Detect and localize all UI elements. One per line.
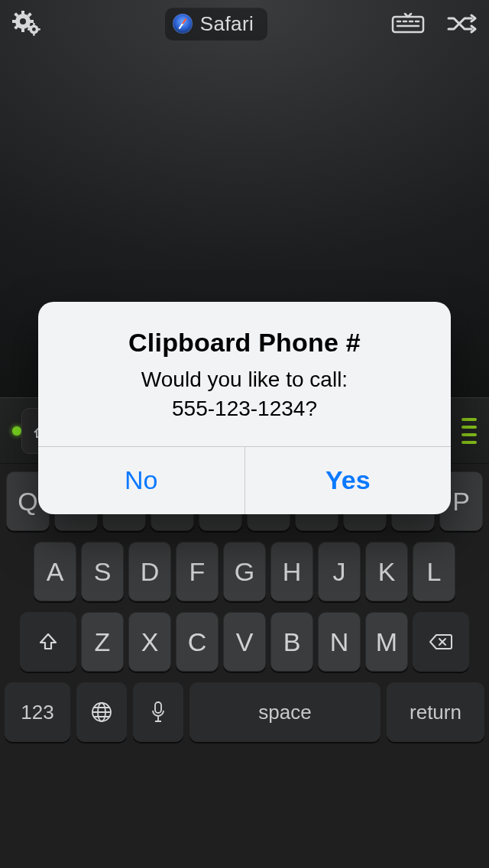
key-a[interactable]: A bbox=[34, 542, 76, 601]
key-dictation[interactable] bbox=[133, 682, 183, 742]
shuffle-button[interactable] bbox=[446, 12, 477, 35]
svg-rect-5 bbox=[29, 20, 34, 23]
svg-point-1 bbox=[20, 18, 26, 24]
key-x[interactable]: X bbox=[128, 612, 171, 672]
svg-rect-13 bbox=[33, 33, 34, 36]
svg-point-11 bbox=[32, 28, 36, 31]
keyboard-row-2: A S D F G H J K L bbox=[5, 542, 484, 601]
svg-rect-12 bbox=[33, 23, 34, 26]
key-z[interactable]: Z bbox=[81, 612, 124, 672]
hide-keyboard-button[interactable] bbox=[391, 12, 425, 35]
keyboard-row-3: Z X C V B N M bbox=[5, 612, 484, 672]
alert-title: Clipboard Phone # bbox=[57, 328, 432, 358]
keyboard-hide-icon bbox=[391, 12, 425, 35]
key-n[interactable]: N bbox=[318, 612, 361, 672]
key-s[interactable]: S bbox=[81, 542, 124, 601]
signal-bars-icon bbox=[461, 418, 477, 444]
key-l[interactable]: L bbox=[413, 542, 455, 601]
status-led-icon bbox=[12, 426, 21, 436]
key-b[interactable]: B bbox=[270, 612, 313, 672]
svg-rect-15 bbox=[37, 28, 40, 30]
key-j[interactable]: J bbox=[318, 542, 361, 601]
key-f[interactable]: F bbox=[176, 542, 219, 601]
app-title-chip[interactable]: Safari bbox=[165, 8, 267, 40]
key-space[interactable]: space bbox=[189, 682, 381, 742]
svg-rect-2 bbox=[21, 11, 24, 15]
key-v[interactable]: V bbox=[223, 612, 266, 672]
alert-message: Would you like to call: 555-123-1234? bbox=[57, 365, 432, 423]
safari-icon bbox=[173, 14, 193, 34]
key-g[interactable]: G bbox=[223, 542, 266, 601]
globe-icon bbox=[90, 701, 113, 724]
shuffle-icon bbox=[446, 12, 477, 35]
microphone-icon bbox=[151, 701, 166, 724]
svg-rect-14 bbox=[28, 28, 31, 30]
key-h[interactable]: H bbox=[270, 542, 313, 601]
alert-message-line1: Would you like to call: bbox=[141, 368, 348, 391]
svg-rect-4 bbox=[12, 20, 17, 23]
alert-dialog: Clipboard Phone # Would you like to call… bbox=[38, 302, 451, 514]
shift-icon bbox=[37, 631, 59, 653]
key-return[interactable]: return bbox=[387, 682, 484, 742]
alert-message-line2: 555-123-1234? bbox=[172, 397, 317, 420]
key-globe[interactable] bbox=[76, 682, 127, 742]
alert-buttons: No Yes bbox=[38, 446, 451, 514]
svg-rect-3 bbox=[21, 28, 24, 32]
svg-rect-25 bbox=[155, 702, 161, 713]
key-shift[interactable] bbox=[20, 612, 76, 672]
key-d[interactable]: D bbox=[128, 542, 171, 601]
settings-button[interactable] bbox=[12, 11, 41, 37]
gear-icon bbox=[12, 11, 41, 37]
key-c[interactable]: C bbox=[176, 612, 219, 672]
keyboard-row-4: 123 space return bbox=[5, 682, 484, 742]
alert-no-button[interactable]: No bbox=[38, 447, 244, 514]
key-m[interactable]: M bbox=[365, 612, 408, 672]
app-title: Safari bbox=[200, 12, 254, 36]
backspace-icon bbox=[429, 633, 453, 651]
svg-rect-16 bbox=[393, 17, 423, 32]
key-numbers[interactable]: 123 bbox=[5, 682, 70, 742]
alert-yes-button[interactable]: Yes bbox=[244, 447, 452, 514]
key-k[interactable]: K bbox=[365, 542, 408, 601]
key-backspace[interactable] bbox=[413, 612, 469, 672]
top-bar: Safari bbox=[0, 0, 489, 47]
